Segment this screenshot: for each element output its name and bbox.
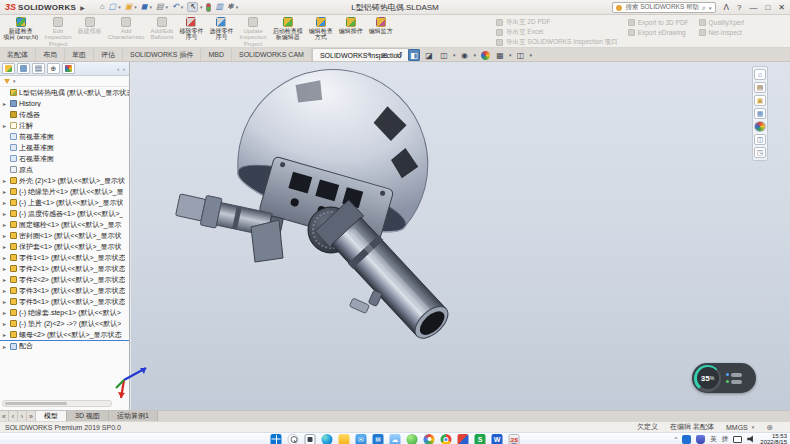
ribbon-button[interactable]: Add/Edit Balloons	[147, 15, 176, 47]
document-tab[interactable]: 运动算例1	[109, 411, 158, 421]
appearances-scenes-icon[interactable]	[754, 121, 766, 132]
expand-arrow-icon[interactable]: ▸	[3, 188, 10, 195]
ribbon-button[interactable]: 新建模板	[75, 15, 105, 47]
weather-icon[interactable]	[390, 434, 401, 444]
store-icon[interactable]	[373, 434, 384, 444]
tree-horizontal-scrollbar[interactable]	[2, 400, 112, 407]
document-tab[interactable]: 3D 视图	[67, 411, 109, 421]
expand-arrow-icon[interactable]: ▸	[3, 243, 10, 250]
tray-shield-icon[interactable]	[696, 435, 705, 444]
expand-arrow-icon[interactable]: ▸	[3, 232, 10, 239]
export-button[interactable]: QualityXpert	[699, 18, 745, 26]
doc-tab-prev-icon[interactable]: ‹	[9, 411, 18, 421]
hide-show-items-icon[interactable]	[459, 49, 471, 61]
tree-item[interactable]: ▸ History	[0, 98, 129, 109]
zoom-to-fit-icon[interactable]	[363, 49, 375, 61]
expand-arrow-icon[interactable]: ▸	[3, 331, 10, 338]
ribbon-button[interactable]: 新建检查 项目 (amp;N)	[0, 15, 41, 47]
display-settings-icon[interactable]	[215, 3, 223, 11]
export-button[interactable]: Export eDrawing	[628, 28, 689, 36]
hide-show-caret-icon[interactable]: ▾	[474, 52, 477, 58]
apply-scene-icon[interactable]	[494, 49, 506, 61]
panel-tab-scroll-arrows[interactable]: ‹ ›	[117, 66, 127, 72]
mail-icon[interactable]	[356, 434, 367, 444]
new-caret-icon[interactable]: ▾	[118, 4, 121, 10]
ribbon-button[interactable]: 编辑操作	[336, 15, 366, 47]
expand-arrow-icon[interactable]: ▸	[3, 309, 10, 316]
taskbar-search-icon[interactable]	[288, 434, 299, 444]
units-selector[interactable]: MMGS	[726, 424, 748, 431]
recorder-button-top[interactable]	[726, 373, 742, 377]
home-icon[interactable]	[100, 3, 105, 11]
logo-expand-arrow[interactable]: ▶	[80, 4, 85, 11]
tree-item[interactable]: ▸ 零件3<1> (默认<<默认>_显示状态	[0, 285, 129, 296]
print-caret-icon[interactable]: ▾	[165, 4, 168, 10]
command-tab[interactable]: MBD	[201, 48, 232, 61]
edit-appearance-icon[interactable]	[479, 49, 491, 61]
print-icon[interactable]	[156, 3, 164, 11]
command-tab[interactable]: 草图	[65, 48, 94, 61]
minimize-button[interactable]: —	[746, 0, 760, 15]
display-style-caret-icon[interactable]: ▾	[453, 52, 456, 58]
speaker-icon[interactable]	[747, 435, 755, 443]
search-caret-icon[interactable]: ▾	[709, 5, 712, 11]
expand-arrow-icon[interactable]: ▸	[3, 320, 10, 327]
export-button[interactable]: Export to 3D PDF	[628, 18, 689, 26]
browser-wheel-icon[interactable]	[424, 434, 435, 444]
design-library-icon[interactable]	[754, 82, 766, 93]
graphics-viewport[interactable]	[131, 62, 790, 410]
edge-browser-icon[interactable]	[322, 434, 333, 444]
view-orientation-icon[interactable]	[408, 49, 420, 61]
tree-item[interactable]: 前视基准面	[0, 131, 129, 142]
document-tab[interactable]: 模型	[36, 411, 67, 421]
expand-arrow-icon[interactable]: ▸	[3, 298, 10, 305]
expand-arrow-icon[interactable]: ▸	[3, 276, 10, 283]
feature-manager-tab[interactable]	[2, 63, 15, 74]
expand-arrow-icon[interactable]: ▸	[3, 199, 10, 206]
login-icon[interactable]: ᐱ	[721, 0, 732, 15]
close-button[interactable]: ✕	[775, 0, 788, 15]
start-button-icon[interactable]	[271, 434, 282, 444]
expand-arrow-icon[interactable]: ▸	[3, 265, 10, 272]
solidworks-resources-icon[interactable]	[754, 69, 766, 80]
tree-item[interactable]: ▸ 保护套<1> (默认<<默认>_显示状	[0, 241, 129, 252]
open-icon[interactable]	[125, 3, 133, 11]
select-tool-icon[interactable]	[187, 2, 198, 12]
tree-item[interactable]: ▸ 零件1<1> (默认<<默认>_显示状态	[0, 252, 129, 263]
display-manager-tab[interactable]	[62, 63, 75, 74]
tree-item[interactable]: 上视基准面	[0, 142, 129, 153]
3d-model[interactable]	[131, 62, 790, 410]
rebuild-icon[interactable]	[206, 3, 211, 12]
command-tab[interactable]: SOLIDWORKS 插件	[123, 48, 201, 61]
expand-arrow-icon[interactable]: ▸	[3, 100, 10, 107]
previous-view-icon[interactable]	[393, 49, 405, 61]
word-app-icon[interactable]	[492, 434, 503, 444]
expand-arrow-icon[interactable]: ▸	[3, 122, 10, 129]
ribbon-button[interactable]: Edit Inspection Project	[41, 15, 74, 47]
green-app-icon[interactable]	[407, 434, 418, 444]
tree-item[interactable]: ▸ (-) 温度传感器<1> (默认<<默认>_	[0, 208, 129, 219]
custom-properties-icon[interactable]	[754, 134, 766, 145]
file-explorer-icon[interactable]	[754, 95, 766, 106]
tree-item[interactable]: ▸ 外壳 (2)<1> (默认<<默认>_显示状	[0, 175, 129, 186]
doc-tab-last-icon[interactable]: »	[27, 411, 36, 421]
tree-item[interactable]: ▸ (-) 上盖<1> (默认<<默认>_显示状	[0, 197, 129, 208]
forum-icon[interactable]	[754, 147, 766, 158]
open-caret-icon[interactable]: ▾	[134, 4, 137, 10]
command-tab[interactable]: 装配体	[0, 48, 36, 61]
tree-item[interactable]: ▸ 零件2<1> (默认<<默认>_显示状态	[0, 263, 129, 274]
filter-funnel-icon[interactable]	[4, 79, 10, 84]
taskbar-clock[interactable]: 15:53 2022/8/15	[760, 433, 787, 444]
tree-item[interactable]: ▸ 螺母<2> (默认<<默认>_显示状态	[0, 329, 129, 340]
expand-arrow-icon[interactable]: ▸	[3, 210, 10, 217]
display-tray-icon[interactable]	[733, 436, 742, 443]
configuration-manager-tab[interactable]	[32, 63, 45, 74]
tray-app-blue-icon[interactable]	[682, 435, 691, 444]
restore-button[interactable]: □	[762, 0, 773, 15]
new-document-icon[interactable]	[109, 3, 117, 11]
apply-scene-caret-icon[interactable]: ▾	[509, 52, 512, 58]
expand-arrow-icon[interactable]: ▸	[3, 254, 10, 261]
ribbon-button[interactable]: Add Characteristic	[105, 15, 148, 47]
tree-item[interactable]: 右视基准面	[0, 153, 129, 164]
ribbon-button[interactable]: 编辑检查 方式	[306, 15, 336, 47]
